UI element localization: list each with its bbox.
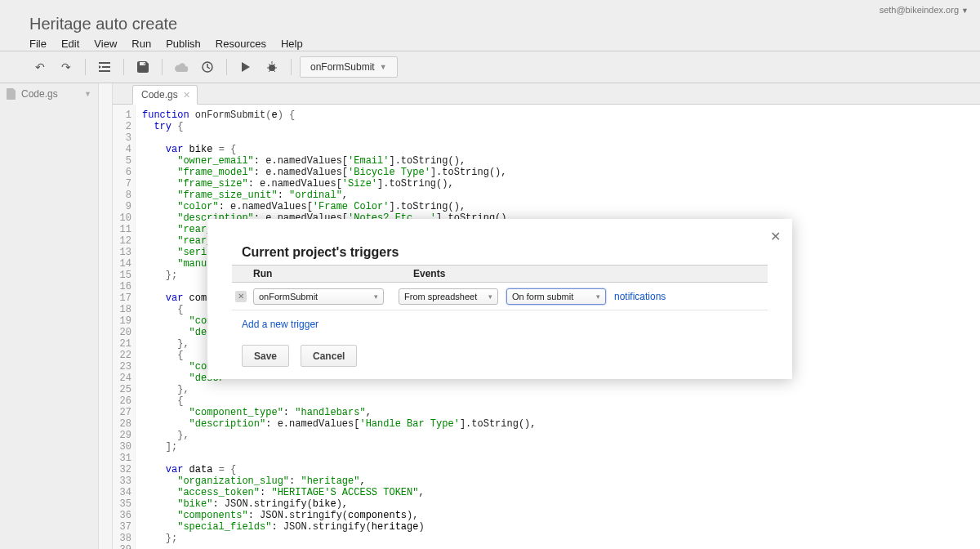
sidebar-file-code[interactable]: Code.gs ▼ (0, 83, 98, 105)
menu-help[interactable]: Help (281, 38, 303, 50)
separator (291, 59, 292, 75)
save-icon[interactable] (132, 56, 154, 78)
caret-down-icon: ▼ (84, 90, 91, 98)
table-header: Run Events (232, 265, 768, 283)
triggers-dialog: ✕ Current project's triggers Run Events … (207, 219, 792, 379)
run-select-value: onFormSubmit (259, 292, 318, 301)
event-type-value: On form submit (512, 292, 573, 301)
caret-up-down-icon: ▾ (374, 292, 378, 301)
pane-splitter[interactable] (98, 83, 113, 549)
menu-file[interactable]: File (29, 38, 47, 50)
menu-run[interactable]: Run (131, 38, 151, 50)
tab-label: Code.gs (141, 89, 178, 100)
undo-icon[interactable]: ↶ (29, 56, 51, 78)
col-run-header: Run (232, 268, 413, 279)
triggers-table: Run Events ✕ onFormSubmit ▾ From spreads… (232, 265, 768, 310)
indent-icon[interactable] (94, 56, 115, 78)
project-title[interactable]: Heritage auto create (29, 15, 177, 33)
cancel-button[interactable]: Cancel (301, 345, 357, 367)
redo-icon[interactable]: ↷ (56, 56, 77, 78)
trigger-row: ✕ onFormSubmit ▾ From spreadsheet ▾ On f… (232, 283, 768, 310)
menu-resources[interactable]: Resources (216, 38, 266, 50)
delete-trigger-icon[interactable]: ✕ (235, 291, 247, 302)
caret-down-icon: ▼ (380, 63, 387, 71)
tab-code[interactable]: Code.gs ✕ (132, 85, 198, 105)
separator (226, 59, 227, 75)
function-select-label: onFormSubmit (310, 61, 375, 73)
cloud-icon[interactable] (171, 56, 192, 78)
dialog-buttons: Save Cancel (242, 345, 357, 367)
menu-publish[interactable]: Publish (166, 38, 201, 50)
event-source-select[interactable]: From spreadsheet ▾ (399, 288, 498, 305)
clock-icon[interactable] (197, 56, 218, 78)
run-icon[interactable] (235, 56, 256, 78)
svg-point-1 (269, 65, 275, 71)
function-select[interactable]: onFormSubmit ▼ (300, 56, 398, 78)
separator (123, 59, 124, 75)
file-sidebar: Code.gs ▼ (0, 83, 98, 549)
dialog-title: Current project's triggers (242, 245, 399, 260)
menu-bar: File Edit View Run Publish Resources Hel… (29, 38, 303, 50)
save-button[interactable]: Save (242, 345, 289, 367)
script-file-icon (7, 88, 16, 100)
add-trigger-link[interactable]: Add a new trigger (242, 319, 318, 330)
line-gutter: 1 2 3 4 5 6 7 8 9 10 11 12 13 14 15 16 1… (113, 105, 136, 549)
col-events-header: Events (413, 268, 626, 279)
event-type-select[interactable]: On form submit ▾ (506, 288, 606, 305)
user-account[interactable]: seth@bikeindex.org ▼ (880, 5, 969, 15)
run-select[interactable]: onFormSubmit ▾ (253, 288, 384, 305)
separator (162, 59, 163, 75)
menu-view[interactable]: View (94, 38, 117, 50)
sidebar-file-label: Code.gs (21, 88, 58, 100)
caret-up-down-icon: ▾ (488, 292, 492, 301)
separator (85, 59, 86, 75)
menu-edit[interactable]: Edit (61, 38, 79, 50)
close-icon[interactable]: ✕ (770, 229, 781, 244)
editor-tabs: Code.gs ✕ (113, 83, 980, 105)
debug-icon[interactable] (261, 56, 283, 78)
caret-up-down-icon: ▾ (596, 292, 600, 301)
toolbar: ↶ ↷ onFormSubmit ▼ (0, 51, 980, 83)
close-icon[interactable]: ✕ (183, 90, 190, 100)
notifications-link[interactable]: notifications (614, 291, 666, 302)
caret-down-icon: ▼ (961, 7, 969, 15)
event-source-value: From spreadsheet (404, 292, 477, 301)
